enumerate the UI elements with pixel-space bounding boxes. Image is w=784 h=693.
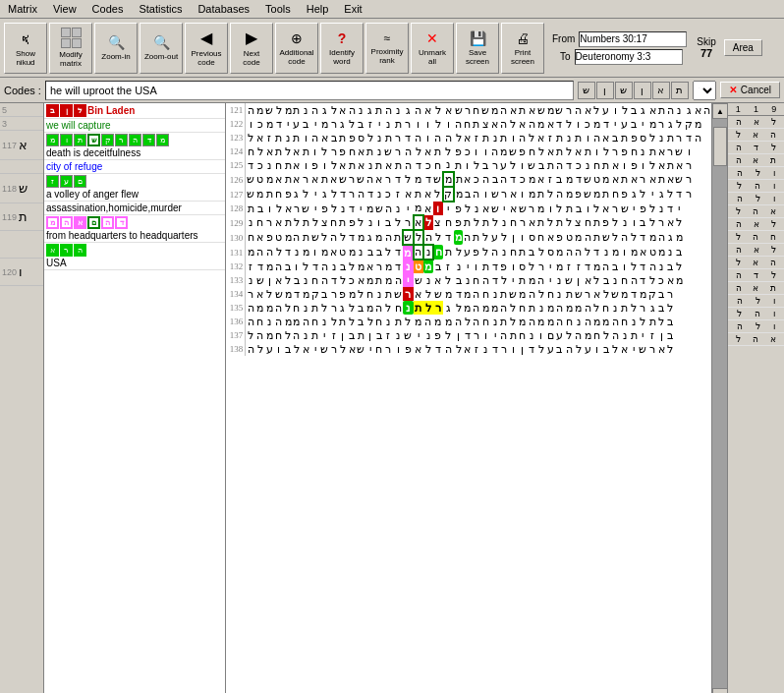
matrix-cell[interactable]: מ (264, 301, 274, 315)
matrix-cell[interactable]: ל (528, 260, 537, 273)
matrix-cell[interactable]: ת (365, 144, 374, 158)
matrix-cell[interactable]: ת (480, 131, 490, 144)
matrix-cell[interactable]: ש (454, 103, 464, 117)
matrix-cell[interactable]: ל (246, 328, 255, 342)
matrix-cell[interactable]: ח (592, 328, 601, 342)
matrix-cell[interactable]: ה (292, 230, 301, 245)
matrix-cell[interactable]: מ (536, 315, 546, 328)
matrix-cell[interactable]: מ (320, 117, 330, 131)
matrix-cell[interactable]: נ (472, 202, 480, 215)
matrix-cell[interactable]: ת (620, 131, 630, 144)
matrix-cell[interactable]: ל (657, 315, 666, 328)
matrix-cell[interactable]: ל (564, 144, 574, 158)
matrix-cell[interactable]: ל (647, 158, 657, 172)
matrix-cell[interactable]: ת (620, 172, 630, 187)
matrix-cell[interactable]: מ (574, 230, 584, 245)
matrix-cell[interactable]: י (546, 260, 555, 273)
matrix-cell[interactable]: ב (666, 328, 675, 342)
matrix-cell[interactable]: מ (264, 172, 274, 187)
matrix-cell[interactable]: ה (246, 301, 255, 315)
matrix-cell[interactable]: ה (384, 202, 394, 215)
matrix-cell[interactable]: נ (384, 315, 394, 328)
matrix-cell[interactable]: א (666, 215, 675, 230)
matrix-cell[interactable]: נ (601, 245, 611, 260)
matrix-cell[interactable]: ו (518, 230, 528, 245)
matrix-cell[interactable]: א (657, 158, 666, 172)
matrix-cell[interactable]: ש (264, 103, 274, 117)
matrix-cell[interactable]: ה (666, 103, 675, 117)
matrix-cell[interactable]: ה (611, 315, 621, 328)
matrix-cell[interactable]: ל (592, 202, 601, 215)
matrix-cell[interactable]: פ (338, 287, 348, 301)
matrix-cell[interactable]: ת (499, 315, 508, 328)
matrix-cell[interactable]: ו (320, 158, 330, 172)
matrix-cell[interactable]: כ (423, 158, 433, 172)
matrix-cell[interactable]: ל (675, 117, 685, 131)
matrix-cell[interactable]: מ (480, 301, 490, 315)
matrix-cell[interactable]: ה (574, 328, 584, 342)
matrix-cell[interactable]: ח (433, 158, 443, 172)
matrix-cell[interactable]: פ (348, 131, 357, 144)
matrix-cell[interactable]: ן (454, 328, 464, 342)
matrix-cell[interactable]: ל (433, 230, 443, 245)
matrix-cell[interactable]: ה (518, 131, 528, 144)
matrix-cell[interactable]: נ (374, 187, 384, 202)
matrix-cell[interactable]: ה (274, 301, 284, 315)
matrix-cell[interactable]: ז (472, 342, 480, 356)
matrix-cell[interactable]: ז (365, 117, 374, 131)
matrix-cell[interactable]: ד (555, 117, 565, 131)
matrix-cell[interactable]: כ (574, 158, 584, 172)
matrix-cell[interactable]: ל (292, 342, 301, 356)
matrix-cell[interactable]: ר (384, 172, 394, 187)
matrix-cell[interactable]: ר (499, 187, 508, 202)
matrix-cell[interactable]: מ (301, 287, 310, 301)
matrix-cell[interactable]: מ (357, 260, 366, 273)
matrix-cell[interactable]: ד (329, 273, 338, 287)
matrix-cell[interactable]: א (255, 287, 265, 301)
matrix-cell[interactable]: ת (657, 103, 666, 117)
matrix-cell[interactable]: נ (393, 103, 403, 117)
matrix-cell[interactable]: ש (639, 342, 648, 356)
matrix-cell[interactable]: מ (454, 230, 464, 245)
matrix-cell[interactable]: נ (423, 328, 433, 342)
matrix-cell[interactable]: ל (329, 315, 338, 328)
matrix-cell[interactable]: ח (310, 315, 320, 328)
matrix-cell[interactable]: מ (546, 301, 555, 315)
matrix-cell[interactable]: ל (414, 230, 423, 245)
matrix-cell[interactable]: מ (284, 230, 293, 245)
matrix-cell[interactable]: ה (574, 103, 584, 117)
matrix-cell[interactable]: ו (443, 117, 454, 131)
matrix-cell[interactable]: ד (666, 202, 675, 215)
matrix-cell[interactable]: ת (666, 131, 675, 144)
matrix-cell[interactable]: מ (536, 202, 546, 215)
matrix-cell[interactable]: ת (393, 230, 403, 245)
city-of-refuge-row[interactable]: city of refuge (44, 160, 225, 174)
matrix-cell[interactable]: נ (630, 315, 639, 328)
matrix-cell[interactable]: מ (639, 287, 648, 301)
matrix-cell[interactable]: ש (338, 172, 348, 187)
matrix-cell[interactable]: ח (592, 158, 601, 172)
matrix-cell[interactable]: ת (284, 158, 293, 172)
matrix-cell[interactable]: ס (357, 131, 366, 144)
matrix-cell[interactable]: ה (310, 131, 320, 144)
matrix-cell[interactable]: ת (508, 328, 518, 342)
matrix-cell[interactable]: מ (564, 172, 574, 187)
matrix-cell[interactable]: מ (443, 287, 454, 301)
matrix-cell[interactable]: ל (274, 245, 284, 260)
matrix-cell[interactable]: א (329, 245, 338, 260)
area-button[interactable]: Area (724, 39, 762, 56)
matrix-cell[interactable]: ת (620, 301, 630, 315)
headquarters-row[interactable]: מ ה א ם ה ד from headquarters to headqua… (44, 215, 225, 243)
matrix-cell[interactable]: ל (348, 117, 357, 131)
matrix-cell[interactable]: ל (480, 245, 490, 260)
matrix-cell[interactable]: נ (329, 260, 338, 273)
matrix-cell[interactable]: א (546, 144, 555, 158)
matrix-cell[interactable]: פ (433, 328, 443, 342)
matrix-cell[interactable]: ב (601, 273, 611, 287)
matrix-cell[interactable]: ג (657, 187, 666, 202)
matrix-cell[interactable]: ה (320, 260, 330, 273)
matrix-cell[interactable]: מ (592, 260, 601, 273)
matrix-cell[interactable]: ת (292, 103, 301, 117)
matrix-cell[interactable]: ת (536, 187, 546, 202)
matrix-cell[interactable]: ת (274, 144, 284, 158)
